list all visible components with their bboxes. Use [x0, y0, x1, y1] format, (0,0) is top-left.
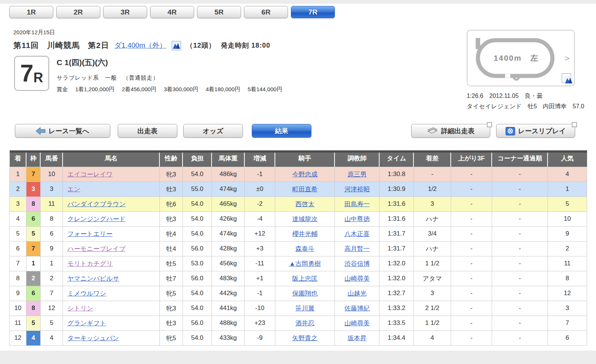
jockey-link[interactable]: 矢野貴之: [292, 335, 318, 342]
horse-link[interactable]: フォートエリー: [67, 230, 112, 237]
jockey-link[interactable]: 森泰斗: [295, 245, 314, 252]
results-table: 着 枠 馬番 馬名 性齢 負担 馬体重 増減 騎手 調教師 タイム 着差 上がり…: [9, 150, 587, 346]
race-tab-1R[interactable]: 1R: [9, 6, 53, 18]
weight-diff: +1: [245, 271, 275, 286]
trainer-cell: 原三男: [335, 167, 380, 182]
race-tab-4R[interactable]: 4R: [150, 6, 194, 18]
trainer-link[interactable]: 佐藤博紀: [345, 305, 370, 312]
odds-button[interactable]: オッズ: [183, 124, 243, 138]
race-tab-5R[interactable]: 5R: [197, 6, 241, 18]
race-tab-2R[interactable]: 2R: [56, 6, 100, 18]
result-row: 6 7 9 ハーモニーブレイブ 牡4 56.0 428kg +3 森泰斗 高月賢…: [10, 241, 587, 256]
trainer-link[interactable]: 河津裕昭: [345, 186, 370, 193]
last-3f: -: [451, 211, 492, 226]
trainer-link[interactable]: 坂本昇: [348, 335, 367, 342]
jockey-cell: 西啓太: [275, 197, 335, 211]
trainer-link[interactable]: 山越光: [348, 290, 367, 297]
horse-link[interactable]: クレンジングハード: [67, 215, 126, 223]
record-line-1: 1:26.6 2012.11.05 良・曇: [467, 91, 587, 101]
horse-weight: 486kg: [212, 167, 245, 182]
finish-position: 5: [10, 226, 26, 241]
popularity: 9: [548, 226, 587, 241]
horse-link[interactable]: エン: [67, 186, 80, 193]
jockey-link[interactable]: 今野忠成: [292, 171, 318, 178]
trainer-link[interactable]: 山中尊徳: [345, 215, 370, 223]
jockey-cell: 保園翔也: [275, 286, 335, 301]
horse-link[interactable]: ハーモニーブレイブ: [67, 245, 126, 252]
chevron-right-icon[interactable]: ＞: [563, 52, 572, 64]
results-header-row: 着 枠 馬番 馬名 性齢 負担 馬体重 増減 騎手 調教師 タイム 着差 上がり…: [10, 150, 587, 167]
horse-link[interactable]: バンダイクブラウン: [67, 201, 126, 208]
finish-time: 1:32.0: [380, 256, 414, 271]
jockey-link[interactable]: 保園翔也: [292, 290, 318, 297]
race-tab-6R[interactable]: 6R: [244, 6, 288, 18]
finish-time: 1:31.7: [380, 241, 414, 256]
finish-position: 10: [10, 301, 26, 316]
results-tbody: 1 7 10 エイコーレイワ 牝3 54.0 486kg -1 今野忠成 原三男…: [10, 167, 587, 345]
race-date: 2020年12月15日: [13, 29, 55, 36]
last-3f: -: [451, 271, 492, 286]
race-list-button[interactable]: レース一覧へ: [15, 124, 110, 138]
jockey-link[interactable]: 町田直希: [292, 186, 318, 193]
horse-link[interactable]: シトリン: [67, 305, 93, 312]
race-tab-7R[interactable]: 7R: [291, 6, 335, 18]
result-button[interactable]: 結果: [252, 124, 311, 138]
frame-number-badge: 1: [26, 256, 41, 271]
horse-link[interactable]: ヤマニンバビルサ: [67, 275, 119, 282]
trainer-link[interactable]: 八木正喜: [345, 230, 370, 237]
jockey-link[interactable]: 阪上忠匡: [292, 275, 318, 282]
popularity: 8: [548, 271, 587, 286]
last-3f: -: [451, 167, 492, 182]
horse-link[interactable]: エイコーレイワ: [67, 171, 112, 178]
horse-number: 4: [41, 331, 63, 345]
horse-number: 11: [41, 197, 63, 211]
jockey-link[interactable]: 笹川翼: [295, 305, 314, 312]
race-title-row: 第11回 川崎競馬 第2日 ダ1,400m（外） （12頭） 発走時刻 18:0…: [13, 40, 270, 51]
jockey-link[interactable]: 達城龍次: [292, 215, 318, 223]
trainer-link[interactable]: 原三男: [348, 171, 367, 178]
trainer-cell: 山中尊徳: [335, 211, 380, 226]
trainer-link[interactable]: 渋谷信博: [345, 260, 370, 267]
horse-weight: 465kg: [212, 197, 245, 211]
sex-age: 牡4: [160, 241, 183, 256]
jockey-link[interactable]: 西啓太: [295, 201, 314, 208]
sex-age: 牝4: [160, 226, 183, 241]
prize-label: 賞金: [57, 86, 68, 93]
horse-weight: 456kg: [212, 256, 245, 271]
horse-number: 7: [41, 286, 63, 301]
entries-button[interactable]: 出走表: [118, 124, 177, 138]
jockey-link[interactable]: 櫻井光輔: [292, 230, 318, 237]
film-reel-icon: [505, 126, 515, 136]
finish-time: 1:30.8: [380, 167, 414, 182]
prize-4: 4着180,000円: [206, 86, 240, 93]
margin: 2 1/2: [414, 301, 451, 316]
trainer-link[interactable]: 山崎尋美: [345, 275, 370, 282]
horse-link[interactable]: ミメウルワシ: [67, 290, 106, 297]
trainer-link[interactable]: 山崎尋美: [345, 320, 370, 327]
horse-number: 9: [41, 241, 63, 256]
jockey-link[interactable]: ▲古岡勇樹: [289, 260, 321, 267]
horse-link[interactable]: モリトカチグリ: [67, 260, 113, 267]
result-row: 1 7 10 エイコーレイワ 牝3 54.0 486kg -1 今野忠成 原三男…: [10, 167, 587, 182]
race-category: サラブレッド系 一般 （普通競走）: [57, 74, 282, 82]
corner-order: -: [492, 182, 548, 197]
horse-weight: 474kg: [212, 182, 245, 197]
horse-link[interactable]: グランギフト: [67, 320, 106, 327]
race-tab-3R[interactable]: 3R: [103, 6, 147, 18]
frame-number-badge: 6: [26, 211, 41, 226]
load-weight: 56.0: [183, 241, 212, 256]
trainer-link[interactable]: 高月賢一: [345, 245, 370, 252]
distance-link[interactable]: ダ1,400m（外）: [114, 41, 167, 50]
trainer-link[interactable]: 田島寿一: [345, 201, 370, 208]
horse-link[interactable]: ターキッシュバン: [67, 335, 119, 342]
race-replay-button[interactable]: レースリプレイ: [496, 124, 575, 138]
corner-order: -: [492, 331, 548, 345]
jockey-link[interactable]: 酒井忍: [295, 320, 314, 327]
frame-number-badge: 5: [26, 226, 41, 241]
horse-name-cell: エン: [63, 182, 160, 197]
detail-entries-button[interactable]: 詳細出走表: [411, 124, 490, 138]
sex-age: 牝3: [160, 301, 183, 316]
popularity: 10: [548, 211, 587, 226]
finish-position: 6: [10, 241, 26, 256]
finish-time: 1:32.0: [380, 271, 414, 286]
